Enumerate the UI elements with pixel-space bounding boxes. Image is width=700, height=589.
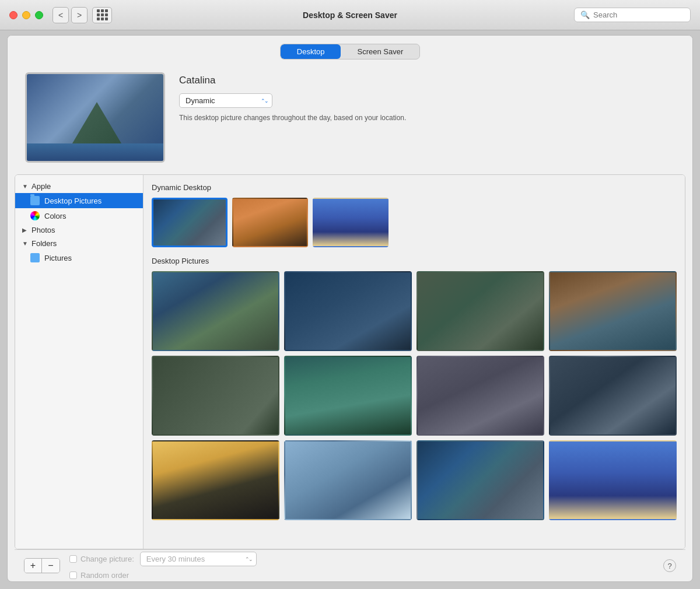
wallpaper-thumb-5[interactable] [152,356,279,436]
change-picture-controls: Change picture: Every 5 seconds Every 1 … [69,552,257,580]
desktop-pictures-grid [152,271,677,520]
preview-mountain [50,97,144,149]
sidebar-group-photos[interactable]: Photos [15,223,143,237]
window-title: Desktop & Screen Saver [303,10,397,20]
grid-icon [97,9,108,20]
search-box[interactable]: 🔍 [574,8,691,22]
wallpaper-thumb-8[interactable] [549,356,677,436]
photos-triangle-icon [22,227,28,233]
sidebar-item-pictures[interactable]: Pictures [15,250,143,265]
random-order-label: Random order [80,571,129,580]
colors-icon [30,211,40,220]
folders-triangle-icon [22,240,28,247]
change-picture-label: Change picture: [80,555,134,563]
wallpaper-thumb-2[interactable] [284,271,412,351]
preview-info: Catalina Dynamic Light (Still) Dark (Sti… [179,72,675,122]
main-window: Desktop Screen Saver Catalina Dynamic Li… [7,35,693,582]
add-remove-buttons: + − [24,558,60,573]
wallpaper-thumb-12[interactable] [549,440,677,520]
add-button[interactable]: + [24,559,42,573]
interval-dropdown-wrapper: Every 5 seconds Every 1 minute Every 5 m… [140,552,257,566]
search-icon: 🔍 [580,10,590,19]
wallpaper-thumb-6[interactable] [284,356,412,436]
change-picture-checkbox-label[interactable]: Change picture: [69,555,134,563]
wallpaper-thumb-4[interactable] [549,271,677,351]
sidebar-item-desktop-pictures[interactable]: Desktop Pictures [15,193,143,208]
dynamic-dropdown[interactable]: Dynamic Light (Still) Dark (Still) [179,93,272,108]
sidebar-group-folders[interactable]: Folders [15,237,143,250]
wallpaper-thumb-7[interactable] [416,356,544,436]
preview-area: Catalina Dynamic Light (Still) Dark (Sti… [8,66,692,174]
wallpaper-thumb-dynamic-blue[interactable] [313,198,388,247]
dynamic-desktop-grid [152,198,677,247]
tab-desktop[interactable]: Desktop [281,44,341,59]
remove-button[interactable]: − [42,559,60,573]
wallpaper-thumb-11[interactable] [416,440,544,520]
wallpaper-thumb-3[interactable] [416,271,544,351]
wallpaper-thumb-dynamic-day[interactable] [152,198,228,247]
grid-view-button[interactable] [92,7,112,23]
sidebar-pictures-label: Pictures [44,254,72,262]
wallpaper-thumb-10[interactable] [284,440,412,520]
sidebar-desktop-pictures-label: Desktop Pictures [44,197,102,205]
wallpaper-description: This desktop picture changes throughout … [179,114,675,122]
sidebar-colors-label: Colors [44,212,66,220]
desktop-pictures-section-label: Desktop Pictures [152,257,677,265]
random-order-checkbox[interactable] [69,572,77,579]
traffic-lights [9,11,43,19]
dynamic-dropdown-wrapper: Dynamic Light (Still) Dark (Still) [179,93,272,108]
titlebar: < > Desktop & Screen Saver 🔍 [0,0,700,30]
bottom-bar: + − Change picture: Every 5 seconds Ever… [15,549,685,581]
wallpaper-name: Catalina [179,75,675,86]
help-button[interactable]: ? [663,559,676,572]
nav-buttons: < > [52,7,88,23]
maximize-button[interactable] [35,11,43,19]
close-button[interactable] [9,11,18,19]
wallpaper-thumb-9[interactable] [152,440,279,520]
tab-screensaver[interactable]: Screen Saver [341,44,419,59]
sidebar-apple-label: Apple [32,182,51,191]
wallpaper-thumb-1[interactable] [152,271,279,351]
tabs-container: Desktop Screen Saver [280,44,420,59]
grid-panel: Dynamic Desktop Desktop Pictures [144,175,685,549]
minimize-button[interactable] [22,11,30,19]
tabs-bar: Desktop Screen Saver [8,36,692,66]
sidebar-photos-label: Photos [32,226,55,234]
apple-triangle-icon [22,183,28,190]
content-area: Apple Desktop Pictures Colors Photos Fol… [15,174,685,549]
folder-icon [30,196,40,205]
preview-water [27,143,163,161]
dynamic-dropdown-row: Dynamic Light (Still) Dark (Still) [179,93,675,108]
dynamic-section-label: Dynamic Desktop [152,183,677,192]
change-picture-checkbox[interactable] [69,555,77,563]
back-button[interactable]: < [52,7,69,23]
sidebar-folders-label: Folders [32,239,57,248]
interval-dropdown[interactable]: Every 5 seconds Every 1 minute Every 5 m… [140,552,257,566]
camera-icon [30,253,40,262]
search-input[interactable] [593,10,684,19]
forward-button[interactable]: > [71,7,88,23]
wallpaper-thumb-dynamic-light[interactable] [232,198,308,247]
desktop-preview-thumbnail [25,72,165,163]
sidebar-group-apple[interactable]: Apple [15,180,143,193]
sidebar: Apple Desktop Pictures Colors Photos Fol… [15,175,144,549]
sidebar-item-colors[interactable]: Colors [15,208,143,223]
random-order-checkbox-label[interactable]: Random order [69,571,257,580]
